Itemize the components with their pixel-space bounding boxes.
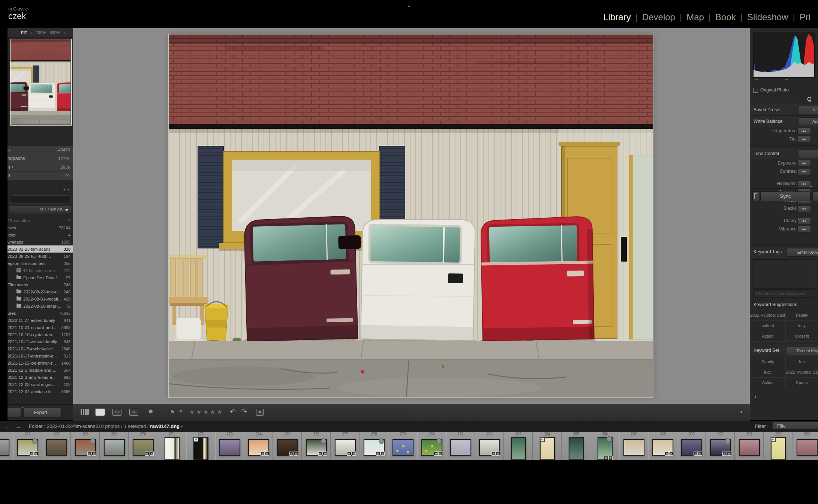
status-folder-label[interactable]: Folder : 2023-01-23-film-scans [29,423,95,429]
histogram-clip-left-icon[interactable] [755,79,758,80]
survey-view-icon[interactable]: ▤ [129,409,138,416]
filmstrip-cell[interactable]: 269 [100,432,129,460]
filmstrip-cell[interactable]: 281 [446,432,475,460]
develop-badge-icon[interactable] [294,452,298,456]
filmstrip-cell[interactable]: 276 [302,432,331,460]
original-photo-checkbox[interactable] [753,88,758,93]
filter-dropdown[interactable]: Filte [772,422,818,429]
people-view-icon[interactable]: ☻ [147,408,154,415]
filmstrip-cell[interactable] [0,432,13,460]
export-button[interactable]: Export... [23,408,61,417]
filmstrip-cell[interactable]: 278 [360,432,388,460]
decrement-button[interactable]: ◀◀ [797,136,811,143]
keyword-badge-icon[interactable] [261,452,265,456]
module-map[interactable]: Map [686,12,704,22]
develop-badge-icon[interactable] [265,452,269,456]
folder-item[interactable]: 2021-12-03-sarahs-gra...108 [7,381,73,388]
module-book[interactable]: Book [715,12,736,22]
keyword-badge-icon[interactable] [665,452,669,456]
catalog-item[interactable]: s145450 [7,146,73,154]
folder-item[interactable]: Epson Test Raw f...27 [7,274,73,281]
filmstrip-thumbnail[interactable] [681,439,702,456]
navigator-zoom-300[interactable]: 300% [49,30,60,35]
filmstrip-thumbnail[interactable] [739,439,760,456]
folder-item[interactable]: 2023-06-29-fuji-400h-...184 [7,253,73,260]
keyword-set-button[interactable]: lucy [750,367,786,378]
develop-badge-icon[interactable] [698,452,702,456]
navigator-preview[interactable] [10,39,72,126]
filmstrip-cell[interactable]: 284 [533,432,562,460]
filmstrip-cell[interactable]: 270 [129,432,157,460]
keyword-tags-dropdown[interactable]: Enter Keywo [786,248,818,257]
keyword-badge-icon[interactable] [376,452,380,456]
develop-badge-icon[interactable] [352,452,356,456]
keyword-suggestion-button[interactable]: school [750,321,786,331]
quick-develop-header[interactable]: Q [807,96,812,102]
folder-item[interactable]: 2023-01-23-film-scans310 [7,245,73,253]
impromptu-slideshow-icon[interactable] [256,409,264,416]
folder-item[interactable]: 2021-10-11-versaci-family648 [7,338,73,345]
keyword-badge-icon[interactable] [289,452,294,456]
saved-preset-dropdown[interactable]: NLP [799,106,818,114]
flag-pick-icon[interactable]: ⚑ [170,409,175,416]
filmstrip-cell[interactable]: 279 [388,432,417,460]
keyword-suggestion-button[interactable]: lucy [786,321,818,331]
keyword-suggestion-button[interactable]: Crossfit [786,331,818,342]
filmstrip-thumbnail[interactable] [710,439,731,456]
develop-badge-icon[interactable] [669,452,673,456]
develop-badge-icon[interactable] [727,452,731,456]
folder-item[interactable]: Film scans746 [7,281,73,288]
folder-item[interactable]: 2022-08-10-ektar-...72 [7,302,73,310]
module-develop[interactable]: Develop [642,12,675,22]
filmstrip-cell[interactable]: 277 [331,432,360,460]
filmstrip-cell[interactable]: 293 [793,432,818,460]
keyword-badge-icon[interactable] [87,452,91,456]
filmstrip-thumbnail[interactable] [46,439,67,456]
decrement-button[interactable]: ◀◀ [797,160,811,167]
forward-arrow-icon[interactable]: → [15,423,21,429]
decrement-button[interactable]: ◀◀ [797,205,811,212]
filmstrip-thumbnail[interactable] [479,439,500,456]
filmstrip-thumbnail[interactable] [797,439,818,456]
module-slideshow[interactable]: Slideshow [747,12,788,22]
grid-view-icon[interactable] [81,409,89,415]
import-button[interactable] [7,408,21,417]
filmstrip-cell[interactable]: 286 [590,432,619,460]
collapse-minus-icon[interactable]: − [55,187,58,193]
folder-item[interactable]: czek78144 [7,224,73,231]
flag-reject-icon[interactable]: ⚑ [179,409,183,414]
sync-button[interactable]: Sync [760,191,811,201]
filmstrip-cell[interactable]: 267 [42,432,71,460]
filmstrip-thumbnail[interactable] [133,439,154,456]
module-library[interactable]: Library [603,12,631,22]
filmstrip-cell[interactable]: 282 [475,432,504,460]
develop-badge-icon[interactable] [34,452,38,456]
keyword-add-field[interactable]: Click here to add keywords [753,289,815,298]
catalog-item[interactable]: rt91 [7,172,73,180]
filmstrip-thumbnail[interactable] [511,437,526,460]
filmstrip-cell[interactable]: 275 [273,432,302,460]
loupe-view-icon[interactable] [96,409,105,416]
folder-item[interactable]: 2021-12-3-amy-lukas-e...682 [7,374,73,381]
keyword-set-button[interactable]: Ian [786,357,818,367]
keyword-badge-icon[interactable] [434,452,438,456]
filmstrip-thumbnail[interactable] [393,439,413,456]
filmstrip-cell[interactable]: 266 [13,432,42,460]
filmstrip-cell[interactable]: 268 [71,432,100,460]
filmstrip-cell[interactable]: 283 [504,432,533,460]
decrement-button[interactable]: ◀◀ [797,168,811,175]
keyword-badge-icon[interactable] [694,452,698,456]
filmstrip-thumbnail[interactable] [364,439,385,456]
keyword-badge-icon[interactable] [722,452,727,456]
develop-badge-icon[interactable] [438,452,442,456]
keyword-set-button[interactable]: Sports [786,378,818,388]
add-panel-plus-icon[interactable]: + [754,393,757,400]
filmstrip-thumbnail[interactable] [17,439,38,456]
keyword-suggestion-button[interactable]: Action [750,331,786,342]
filmstrip-cell[interactable]: 274 [244,432,273,460]
filmstrip-thumbnail[interactable] [75,439,96,456]
filmstrip-thumbnail[interactable] [193,437,208,460]
folder-item[interactable]: 2021-11-15-joe-brown-f...1460 [7,359,73,366]
catalog-item[interactable]: tographs12791 [7,154,73,163]
keyword-badge-icon[interactable] [604,456,608,460]
